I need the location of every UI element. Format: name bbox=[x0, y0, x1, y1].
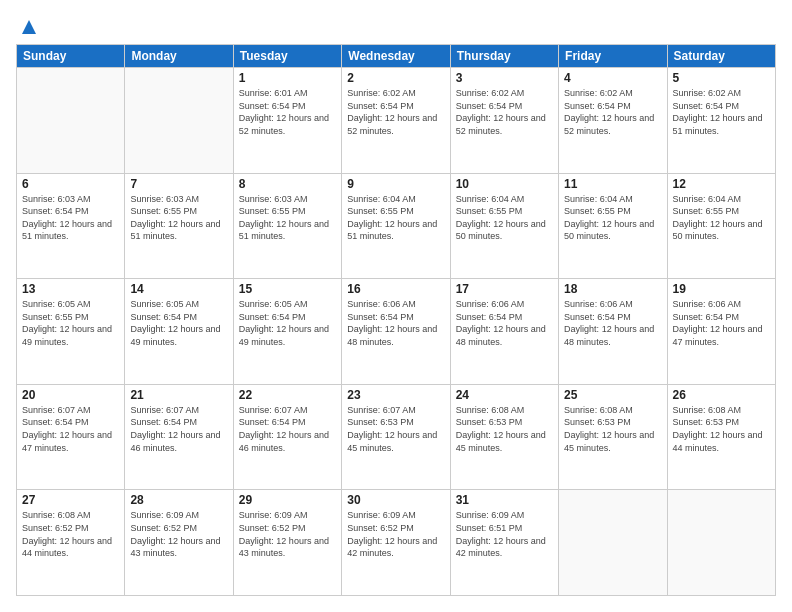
day-cell: 21Sunrise: 6:07 AM Sunset: 6:54 PM Dayli… bbox=[125, 384, 233, 490]
day-info: Sunrise: 6:04 AM Sunset: 6:55 PM Dayligh… bbox=[456, 193, 553, 243]
day-number: 5 bbox=[673, 71, 770, 85]
day-cell bbox=[17, 68, 125, 174]
day-number: 31 bbox=[456, 493, 553, 507]
day-number: 30 bbox=[347, 493, 444, 507]
day-number: 29 bbox=[239, 493, 336, 507]
day-cell: 22Sunrise: 6:07 AM Sunset: 6:54 PM Dayli… bbox=[233, 384, 341, 490]
day-info: Sunrise: 6:02 AM Sunset: 6:54 PM Dayligh… bbox=[347, 87, 444, 137]
day-info: Sunrise: 6:02 AM Sunset: 6:54 PM Dayligh… bbox=[456, 87, 553, 137]
page: SundayMondayTuesdayWednesdayThursdayFrid… bbox=[0, 0, 792, 612]
day-number: 2 bbox=[347, 71, 444, 85]
day-info: Sunrise: 6:04 AM Sunset: 6:55 PM Dayligh… bbox=[673, 193, 770, 243]
day-info: Sunrise: 6:07 AM Sunset: 6:54 PM Dayligh… bbox=[239, 404, 336, 454]
week-row-2: 6Sunrise: 6:03 AM Sunset: 6:54 PM Daylig… bbox=[17, 173, 776, 279]
day-info: Sunrise: 6:05 AM Sunset: 6:54 PM Dayligh… bbox=[130, 298, 227, 348]
logo bbox=[16, 16, 40, 34]
weekday-saturday: Saturday bbox=[667, 45, 775, 68]
day-info: Sunrise: 6:03 AM Sunset: 6:55 PM Dayligh… bbox=[130, 193, 227, 243]
week-row-5: 27Sunrise: 6:08 AM Sunset: 6:52 PM Dayli… bbox=[17, 490, 776, 596]
day-info: Sunrise: 6:09 AM Sunset: 6:51 PM Dayligh… bbox=[456, 509, 553, 559]
day-number: 18 bbox=[564, 282, 661, 296]
day-cell: 18Sunrise: 6:06 AM Sunset: 6:54 PM Dayli… bbox=[559, 279, 667, 385]
day-number: 9 bbox=[347, 177, 444, 191]
day-number: 19 bbox=[673, 282, 770, 296]
day-cell: 1Sunrise: 6:01 AM Sunset: 6:54 PM Daylig… bbox=[233, 68, 341, 174]
day-number: 1 bbox=[239, 71, 336, 85]
day-cell: 30Sunrise: 6:09 AM Sunset: 6:52 PM Dayli… bbox=[342, 490, 450, 596]
weekday-thursday: Thursday bbox=[450, 45, 558, 68]
day-info: Sunrise: 6:06 AM Sunset: 6:54 PM Dayligh… bbox=[564, 298, 661, 348]
day-number: 7 bbox=[130, 177, 227, 191]
day-cell bbox=[125, 68, 233, 174]
day-cell bbox=[667, 490, 775, 596]
week-row-4: 20Sunrise: 6:07 AM Sunset: 6:54 PM Dayli… bbox=[17, 384, 776, 490]
svg-marker-0 bbox=[22, 20, 36, 34]
day-number: 15 bbox=[239, 282, 336, 296]
day-info: Sunrise: 6:06 AM Sunset: 6:54 PM Dayligh… bbox=[347, 298, 444, 348]
day-number: 17 bbox=[456, 282, 553, 296]
day-number: 24 bbox=[456, 388, 553, 402]
day-info: Sunrise: 6:07 AM Sunset: 6:54 PM Dayligh… bbox=[130, 404, 227, 454]
header bbox=[16, 16, 776, 34]
logo-icon bbox=[18, 16, 40, 38]
day-cell: 31Sunrise: 6:09 AM Sunset: 6:51 PM Dayli… bbox=[450, 490, 558, 596]
day-number: 25 bbox=[564, 388, 661, 402]
day-info: Sunrise: 6:08 AM Sunset: 6:53 PM Dayligh… bbox=[456, 404, 553, 454]
day-cell: 17Sunrise: 6:06 AM Sunset: 6:54 PM Dayli… bbox=[450, 279, 558, 385]
day-cell: 6Sunrise: 6:03 AM Sunset: 6:54 PM Daylig… bbox=[17, 173, 125, 279]
day-info: Sunrise: 6:03 AM Sunset: 6:54 PM Dayligh… bbox=[22, 193, 119, 243]
calendar-body: 1Sunrise: 6:01 AM Sunset: 6:54 PM Daylig… bbox=[17, 68, 776, 596]
day-info: Sunrise: 6:06 AM Sunset: 6:54 PM Dayligh… bbox=[673, 298, 770, 348]
day-number: 16 bbox=[347, 282, 444, 296]
day-cell: 4Sunrise: 6:02 AM Sunset: 6:54 PM Daylig… bbox=[559, 68, 667, 174]
day-number: 23 bbox=[347, 388, 444, 402]
day-cell: 24Sunrise: 6:08 AM Sunset: 6:53 PM Dayli… bbox=[450, 384, 558, 490]
day-number: 27 bbox=[22, 493, 119, 507]
day-cell: 16Sunrise: 6:06 AM Sunset: 6:54 PM Dayli… bbox=[342, 279, 450, 385]
day-cell bbox=[559, 490, 667, 596]
weekday-friday: Friday bbox=[559, 45, 667, 68]
day-cell: 25Sunrise: 6:08 AM Sunset: 6:53 PM Dayli… bbox=[559, 384, 667, 490]
day-cell: 19Sunrise: 6:06 AM Sunset: 6:54 PM Dayli… bbox=[667, 279, 775, 385]
day-info: Sunrise: 6:08 AM Sunset: 6:52 PM Dayligh… bbox=[22, 509, 119, 559]
weekday-monday: Monday bbox=[125, 45, 233, 68]
day-info: Sunrise: 6:04 AM Sunset: 6:55 PM Dayligh… bbox=[564, 193, 661, 243]
day-number: 22 bbox=[239, 388, 336, 402]
day-cell: 27Sunrise: 6:08 AM Sunset: 6:52 PM Dayli… bbox=[17, 490, 125, 596]
day-cell: 8Sunrise: 6:03 AM Sunset: 6:55 PM Daylig… bbox=[233, 173, 341, 279]
day-cell: 23Sunrise: 6:07 AM Sunset: 6:53 PM Dayli… bbox=[342, 384, 450, 490]
day-info: Sunrise: 6:02 AM Sunset: 6:54 PM Dayligh… bbox=[564, 87, 661, 137]
day-cell: 5Sunrise: 6:02 AM Sunset: 6:54 PM Daylig… bbox=[667, 68, 775, 174]
day-number: 12 bbox=[673, 177, 770, 191]
day-cell: 12Sunrise: 6:04 AM Sunset: 6:55 PM Dayli… bbox=[667, 173, 775, 279]
weekday-sunday: Sunday bbox=[17, 45, 125, 68]
day-cell: 11Sunrise: 6:04 AM Sunset: 6:55 PM Dayli… bbox=[559, 173, 667, 279]
day-info: Sunrise: 6:02 AM Sunset: 6:54 PM Dayligh… bbox=[673, 87, 770, 137]
day-number: 26 bbox=[673, 388, 770, 402]
weekday-header: SundayMondayTuesdayWednesdayThursdayFrid… bbox=[17, 45, 776, 68]
week-row-3: 13Sunrise: 6:05 AM Sunset: 6:55 PM Dayli… bbox=[17, 279, 776, 385]
week-row-1: 1Sunrise: 6:01 AM Sunset: 6:54 PM Daylig… bbox=[17, 68, 776, 174]
day-info: Sunrise: 6:07 AM Sunset: 6:54 PM Dayligh… bbox=[22, 404, 119, 454]
day-cell: 3Sunrise: 6:02 AM Sunset: 6:54 PM Daylig… bbox=[450, 68, 558, 174]
day-info: Sunrise: 6:09 AM Sunset: 6:52 PM Dayligh… bbox=[239, 509, 336, 559]
day-number: 3 bbox=[456, 71, 553, 85]
day-number: 10 bbox=[456, 177, 553, 191]
day-cell: 7Sunrise: 6:03 AM Sunset: 6:55 PM Daylig… bbox=[125, 173, 233, 279]
day-info: Sunrise: 6:06 AM Sunset: 6:54 PM Dayligh… bbox=[456, 298, 553, 348]
day-number: 14 bbox=[130, 282, 227, 296]
day-cell: 28Sunrise: 6:09 AM Sunset: 6:52 PM Dayli… bbox=[125, 490, 233, 596]
day-number: 8 bbox=[239, 177, 336, 191]
day-number: 20 bbox=[22, 388, 119, 402]
calendar-table: SundayMondayTuesdayWednesdayThursdayFrid… bbox=[16, 44, 776, 596]
day-cell: 14Sunrise: 6:05 AM Sunset: 6:54 PM Dayli… bbox=[125, 279, 233, 385]
day-info: Sunrise: 6:05 AM Sunset: 6:55 PM Dayligh… bbox=[22, 298, 119, 348]
day-cell: 13Sunrise: 6:05 AM Sunset: 6:55 PM Dayli… bbox=[17, 279, 125, 385]
weekday-wednesday: Wednesday bbox=[342, 45, 450, 68]
day-number: 13 bbox=[22, 282, 119, 296]
day-info: Sunrise: 6:09 AM Sunset: 6:52 PM Dayligh… bbox=[347, 509, 444, 559]
day-info: Sunrise: 6:05 AM Sunset: 6:54 PM Dayligh… bbox=[239, 298, 336, 348]
day-info: Sunrise: 6:03 AM Sunset: 6:55 PM Dayligh… bbox=[239, 193, 336, 243]
day-number: 11 bbox=[564, 177, 661, 191]
day-info: Sunrise: 6:01 AM Sunset: 6:54 PM Dayligh… bbox=[239, 87, 336, 137]
